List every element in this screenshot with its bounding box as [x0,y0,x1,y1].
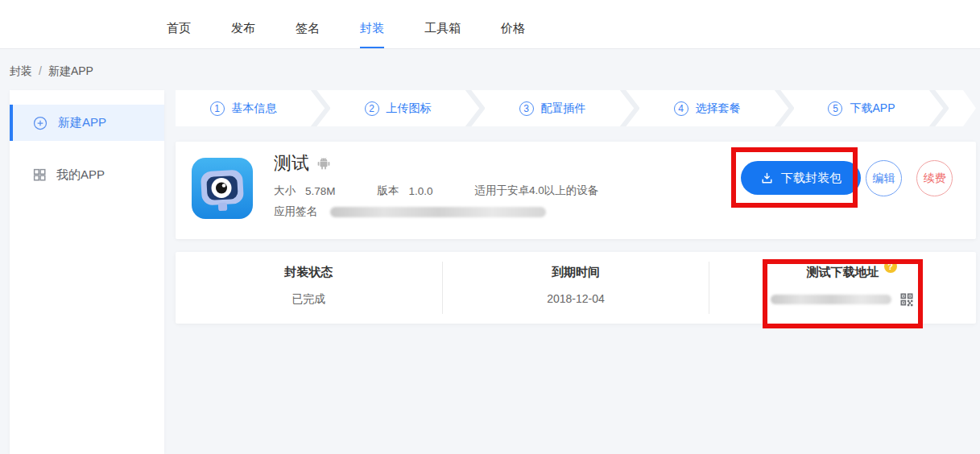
download-button-label: 下载封装包 [781,171,841,186]
test-download-url [709,291,976,307]
download-package-button[interactable]: 下载封装包 [741,161,861,195]
qr-code-icon[interactable] [899,291,915,307]
step-number: 5 [828,101,842,116]
wizard-step-download-app[interactable]: 5 下载APP [794,101,929,116]
size-value: 5.78M [305,185,336,197]
step-label: 配置插件 [541,101,586,116]
app-title-row: 测试 [274,151,331,175]
step-label: 基本信息 [232,101,277,116]
wizard-step-configure-plugins[interactable]: 3 配置插件 [485,101,620,116]
step-number: 1 [210,101,225,116]
expiry-value: 2018-12-04 [443,292,709,305]
chevron-right-icon [311,90,330,126]
sidebar-item-new-app[interactable]: 新建APP [10,105,164,141]
wizard-step-basic-info[interactable]: 1 基本信息 [176,101,311,116]
breadcrumb-root[interactable]: 封装 [10,64,32,77]
info-col-status: 封装状态 已完成 [176,252,442,324]
top-navigation: 首页 发布 签名 封装 工具箱 价格 [0,0,980,49]
app-icon [192,158,253,219]
sidebar-item-my-app[interactable]: 我的APP [10,162,164,188]
sidebar-item-label: 我的APP [56,167,105,183]
breadcrumb: 封装/新建APP [10,64,93,79]
breadcrumb-current: 新建APP [48,64,93,77]
step-wizard: 1 基本信息 2 上传图标 3 配置插件 4 选择套餐 5 下载APP [176,90,976,126]
compat-text: 适用于安卓4.0以上的设备 [475,184,599,198]
step-number: 2 [365,101,379,116]
app-signature-row: 应用签名 [274,204,546,219]
version-label: 版本 [378,184,399,198]
info-col-expiry: 到期时间 2018-12-04 [443,252,709,324]
renew-button[interactable]: 续费 [916,160,953,196]
nav-item-signature[interactable]: 签名 [296,21,320,48]
sidebar: 新建APP 我的APP [10,90,164,454]
step-label: 选择套餐 [696,101,741,116]
step-label: 下载APP [850,101,895,116]
test-download-url-header: 测试下载地址 ? [807,265,879,280]
sidebar-item-label: 新建APP [58,115,106,130]
nav-item-package[interactable]: 封装 [360,21,384,48]
edit-button-label: 编辑 [873,171,895,186]
test-download-url-label: 测试下载地址 [807,265,879,279]
nav-item-publish[interactable]: 发布 [231,21,255,48]
version-value: 1.0.0 [409,185,433,197]
step-number: 3 [519,101,534,116]
app-name: 测试 [274,151,309,175]
signature-redacted-value [330,207,546,217]
edit-button[interactable]: 编辑 [866,160,902,196]
breadcrumb-separator: / [39,64,42,77]
nav-item-toolbox[interactable]: 工具箱 [424,21,461,48]
expiry-header: 到期时间 [552,265,600,280]
app-meta-row: 大小 5.78M 版本 1.0.0 适用于安卓4.0以上的设备 [274,184,598,198]
status-value: 已完成 [176,292,442,307]
chevron-right-icon [620,90,639,126]
status-header: 封装状态 [284,265,333,280]
step-number: 4 [674,101,688,116]
android-icon [316,156,331,171]
info-col-test-url: 测试下载地址 ? [709,252,976,324]
nav-item-pricing[interactable]: 价格 [501,21,525,48]
chevron-right-icon [929,90,949,126]
step-label: 上传图标 [387,101,432,116]
wizard-step-select-plan[interactable]: 4 选择套餐 [639,101,775,116]
size-label: 大小 [274,184,296,198]
package-info-panel: 封装状态 已完成 到期时间 2018-12-04 测试下载地址 ? [176,252,976,324]
app-card: 测试 大小 5.78M 版本 1.0.0 适用于安卓4.0以上的设备 应用签名 … [176,142,976,239]
nav-item-home[interactable]: 首页 [167,21,191,48]
chevron-right-icon [465,90,485,126]
download-icon [760,171,774,185]
question-icon[interactable]: ? [884,260,897,273]
renew-button-label: 续费 [924,171,946,186]
signature-label: 应用签名 [274,204,317,219]
url-redacted-value [771,295,891,304]
plus-circle-icon [32,115,48,131]
wizard-step-upload-icon[interactable]: 2 上传图标 [330,101,465,116]
grid-icon [32,167,47,182]
chevron-right-icon [775,90,794,126]
